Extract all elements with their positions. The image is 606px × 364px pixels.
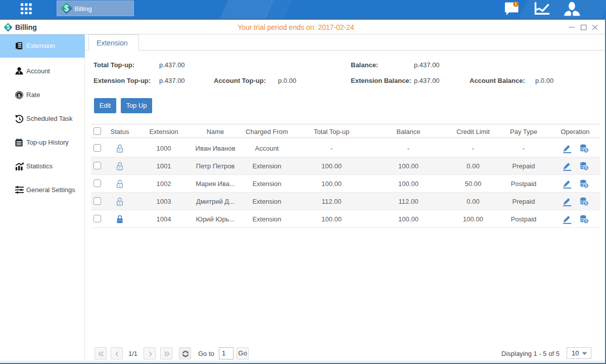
svg-text:$: $ xyxy=(18,93,21,98)
svg-text:$: $ xyxy=(64,4,69,13)
svg-text:!: ! xyxy=(515,2,517,7)
